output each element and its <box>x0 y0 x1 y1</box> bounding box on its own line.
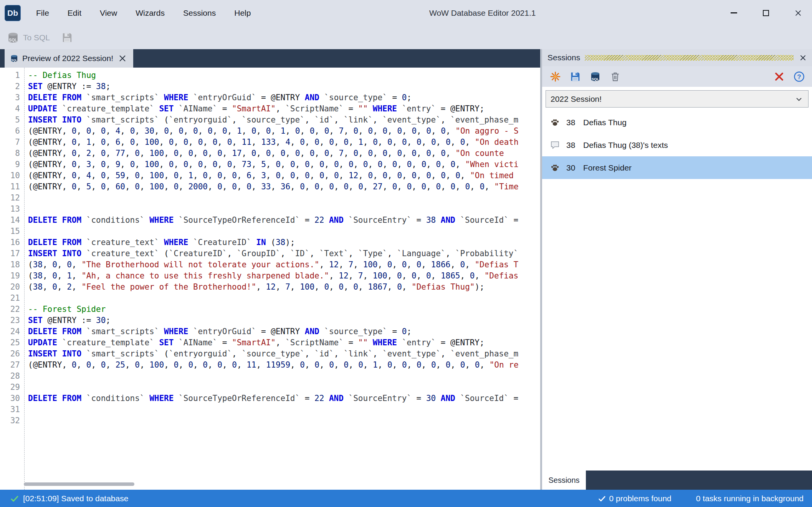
code-line[interactable]: INSERT INTO `smart_scripts` (`entryorgui… <box>28 114 540 126</box>
session-item-label: Defias Thug (38)'s texts <box>583 141 668 150</box>
session-item-label: Forest Spider <box>583 163 632 172</box>
close-window-button[interactable] <box>791 5 806 21</box>
sql-database-icon: SQL <box>590 71 601 82</box>
minimize-icon <box>731 12 737 13</box>
code-line[interactable] <box>28 226 540 237</box>
help-button[interactable]: ? <box>791 69 807 84</box>
line-number: 30 <box>0 393 20 404</box>
code-line[interactable]: -- Forest Spider <box>28 304 540 315</box>
close-icon <box>794 9 802 17</box>
line-number: 32 <box>0 415 20 426</box>
session-item[interactable]: 30Forest Spider <box>542 156 812 179</box>
menu-file[interactable]: File <box>27 0 58 26</box>
status-bar: [02:51:09] Saved to database 0 problems … <box>0 490 812 507</box>
status-right: 0 problems found 0 tasks running in back… <box>598 494 804 503</box>
code-line[interactable]: INSERT INTO `creature_text` (`CreatureID… <box>28 248 540 259</box>
code-line[interactable]: INSERT INTO `smart_scripts` (`entryorgui… <box>28 348 540 360</box>
session-entry-id: 30 <box>566 163 583 172</box>
code-line[interactable]: (38, 0, 2, "Feel the power of the Brothe… <box>28 282 540 293</box>
menu-edit[interactable]: Edit <box>58 0 91 26</box>
panel-bottom-tabs: Sessions <box>542 471 812 490</box>
code-line[interactable]: DELETE FROM `conditions` WHERE `SourceTy… <box>28 393 540 404</box>
code-line[interactable]: DELETE FROM `creature_text` WHERE `Creat… <box>28 237 540 248</box>
code-line[interactable]: -- Defias Thug <box>28 70 540 81</box>
save-button[interactable] <box>567 69 583 84</box>
tab-preview-session[interactable]: SQL Preview of 2022 Session! <box>5 49 133 68</box>
gutter-divider <box>24 68 25 490</box>
code-line[interactable]: (38, 0, 1, "Ah, a chance to use this fre… <box>28 270 540 282</box>
code-line[interactable]: (@ENTRY, 0, 4, 0, 59, 0, 100, 0, 1, 0, 0… <box>28 170 540 181</box>
code-line[interactable]: (@ENTRY, 0, 1, 0, 6, 0, 100, 0, 0, 0, 0,… <box>28 137 540 148</box>
svg-text:SQL: SQL <box>9 38 17 42</box>
maximize-button[interactable] <box>758 5 774 21</box>
sql-editor[interactable]: 1234567891011121314151617181920212223242… <box>0 68 540 490</box>
code-line[interactable] <box>28 371 540 382</box>
problems-indicator[interactable]: 0 problems found <box>598 494 671 503</box>
line-number: 23 <box>0 315 20 326</box>
code-line[interactable]: UPDATE `creature_template` SET `AIName` … <box>28 103 540 114</box>
line-number: 18 <box>0 259 20 270</box>
line-number: 27 <box>0 360 20 371</box>
line-number: 9 <box>0 159 20 170</box>
code-line[interactable]: DELETE FROM `conditions` WHERE `SourceTy… <box>28 215 540 226</box>
line-number: 5 <box>0 114 20 126</box>
code-line[interactable]: (@ENTRY, 0, 0, 0, 25, 0, 100, 0, 0, 0, 0… <box>28 360 540 371</box>
to-sql-button[interactable]: SQL To SQL <box>7 31 50 44</box>
sessions-bottom-tab[interactable]: Sessions <box>542 471 586 490</box>
code-line[interactable]: (@ENTRY, 0, 5, 0, 60, 0, 100, 0, 2000, 0… <box>28 181 540 192</box>
code-line[interactable]: (@ENTRY, 0, 0, 0, 4, 0, 30, 0, 0, 0, 0, … <box>28 126 540 137</box>
menu-wizards[interactable]: Wizards <box>126 0 174 26</box>
session-item[interactable]: 38Defias Thug <box>542 111 812 134</box>
app-window: Db FileEditViewWizardsSessionsHelp WoW D… <box>0 0 812 507</box>
panel-close-button[interactable] <box>797 52 808 63</box>
code-line[interactable]: DELETE FROM `smart_scripts` WHERE `entry… <box>28 326 540 337</box>
code-line[interactable]: UPDATE `creature_template` SET `AIName` … <box>28 337 540 348</box>
help-icon: ? <box>794 71 805 82</box>
tab-title: Preview of 2022 Session! <box>22 54 113 63</box>
code-line[interactable] <box>28 204 540 215</box>
session-entry-id: 38 <box>566 118 583 127</box>
line-number: 14 <box>0 215 20 226</box>
code-line[interactable]: (38, 0, 0, "The Brotherhood will not tol… <box>28 259 540 270</box>
code-lines[interactable]: -- Defias ThugSET @ENTRY := 38;DELETE FR… <box>23 70 540 490</box>
line-number: 16 <box>0 237 20 248</box>
code-line[interactable]: SET @ENTRY := 38; <box>28 81 540 92</box>
code-line[interactable] <box>28 192 540 204</box>
document-tab-strip: SQL Preview of 2022 Session! <box>0 49 540 68</box>
code-line[interactable]: DELETE FROM `smart_scripts` WHERE `entry… <box>28 92 540 103</box>
sessions-panel-title: Sessions <box>547 53 580 62</box>
line-number: 13 <box>0 204 20 215</box>
session-select-dropdown[interactable]: 2022 Session! <box>546 90 809 108</box>
minimize-button[interactable] <box>726 5 741 21</box>
tab-close-button[interactable] <box>117 53 128 64</box>
menu-view[interactable]: View <box>91 0 126 26</box>
panel-grip-texture <box>585 55 794 61</box>
status-message: [02:51:09] Saved to database <box>23 494 128 503</box>
menu-sessions[interactable]: Sessions <box>174 0 225 26</box>
menu-help[interactable]: Help <box>225 0 260 26</box>
save-button[interactable] <box>61 32 73 43</box>
new-session-button[interactable] <box>547 69 563 84</box>
code-line[interactable] <box>28 382 540 393</box>
editor-group: SQL Preview of 2022 Session! 12345678910… <box>0 49 540 490</box>
close-red-button[interactable] <box>771 69 787 84</box>
sessions-panel-titlebar[interactable]: Sessions <box>542 49 812 66</box>
code-line[interactable] <box>28 415 540 426</box>
code-line[interactable] <box>28 293 540 304</box>
horizontal-scrollbar[interactable] <box>24 482 134 486</box>
session-item[interactable]: 38Defias Thug (38)'s texts <box>542 134 812 156</box>
code-line[interactable] <box>28 404 540 415</box>
sql-database-button[interactable]: SQL <box>587 69 603 84</box>
code-line[interactable]: (@ENTRY, 0, 2, 0, 77, 0, 100, 0, 0, 0, 0… <box>28 148 540 159</box>
line-number: 11 <box>0 181 20 192</box>
sessions-toolbar-left: SQL <box>547 69 623 84</box>
code-line[interactable]: SET @ENTRY := 30; <box>28 315 540 326</box>
tasks-indicator[interactable]: 0 tasks running in background <box>696 494 804 503</box>
trash-button[interactable] <box>607 69 623 84</box>
code-line[interactable]: (@ENTRY, 0, 3, 0, 9, 0, 100, 0, 0, 0, 0,… <box>28 159 540 170</box>
new-session-icon <box>550 71 561 82</box>
line-number: 10 <box>0 170 20 181</box>
app-logo[interactable]: Db <box>5 5 21 21</box>
line-number: 21 <box>0 293 20 304</box>
paw-icon <box>550 162 560 173</box>
